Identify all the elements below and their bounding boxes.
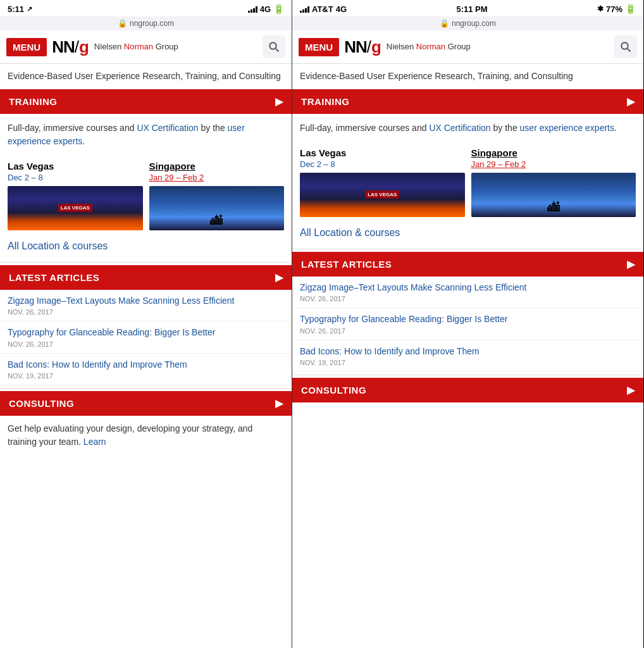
right-search-button[interactable] (614, 35, 637, 58)
right-page-content: Evidence-Based User Experience Research,… (292, 64, 643, 648)
left-lock-icon: 🔒 (118, 19, 127, 28)
left-experts-link[interactable]: user experience experts (8, 123, 245, 146)
left-time: 5:11 (8, 4, 24, 14)
left-brand-name: Nielsen Norman Group (94, 42, 257, 52)
right-url: nngroup.com (452, 19, 496, 28)
right-all-locations-link[interactable]: All Location & courses (300, 227, 400, 238)
right-consulting-header[interactable]: CONSULTING ▶ (292, 378, 643, 402)
left-article-1-title[interactable]: Zigzag Image–Text Layouts Make Scanning … (8, 295, 284, 308)
left-city-singapore: Singapore (149, 161, 285, 171)
left-locations: Las Vegas Dec 2 – 8 Singapore Jan 29 – F… (0, 156, 292, 237)
signal-bar-3 (253, 8, 255, 13)
right-logo[interactable]: NN/g (344, 37, 381, 57)
left-consulting-label: CONSULTING (9, 398, 74, 409)
left-consulting-arrow: ▶ (275, 397, 283, 409)
left-article-3-title[interactable]: Bad Icons: How to Identify and Improve T… (8, 359, 284, 371)
left-img-lasvegas[interactable] (8, 186, 143, 230)
right-article-1: Zigzag Image–Text Layouts Make Scanning … (292, 277, 643, 309)
left-article-1-date: NOV. 26, 2017 (8, 308, 284, 316)
right-img-lasvegas[interactable] (300, 173, 465, 217)
left-date-singapore[interactable]: Jan 29 – Feb 2 (149, 173, 285, 182)
left-article-2: Typography for Glanceable Reading: Bigge… (0, 321, 292, 354)
left-articles-header[interactable]: LATEST ARTICLES ▶ (0, 265, 292, 290)
left-signal-bars (248, 5, 257, 13)
right-status-bar: AT&T 4G 5:11 PM ✱ 77% 🔋 (292, 0, 643, 16)
left-article-1: Zigzag Image–Text Layouts Make Scanning … (0, 290, 292, 322)
r-signal-bar-3 (305, 8, 307, 13)
right-date-lasvegas[interactable]: Dec 2 – 8 (300, 159, 465, 169)
left-date-lasvegas[interactable]: Dec 2 – 8 (8, 173, 143, 182)
right-location-singapore: Singapore Jan 29 – Feb 2 (471, 147, 636, 217)
left-menu-button[interactable]: MENU (6, 38, 47, 56)
right-network: 4G (336, 4, 347, 14)
left-phone: 5:11 ↗ 4G 🔋 🔒 nngroup.com MENU NN/g Niel… (0, 0, 292, 648)
left-page-content: Evidence-Based User Experience Research,… (0, 64, 292, 648)
right-articles-label: LATEST ARTICLES (301, 259, 392, 270)
right-training-body: Full-day, immersive courses and UX Certi… (292, 114, 643, 142)
right-battery-icon: 🔋 (625, 4, 636, 14)
left-location-singapore: Singapore Jan 29 – Feb 2 (149, 161, 285, 230)
left-ux-cert-link[interactable]: UX Certification (137, 123, 198, 133)
right-ux-cert-link[interactable]: UX Certification (429, 123, 490, 133)
right-img-singapore[interactable] (471, 173, 636, 217)
left-articles-label: LATEST ARTICLES (9, 272, 99, 283)
left-all-locations: All Location & courses (0, 237, 292, 259)
right-tagline: Evidence-Based User Experience Research,… (292, 64, 643, 89)
right-bluetooth-icon: ✱ (597, 4, 604, 13)
left-brand-nielsen: Nielsen (94, 42, 124, 51)
left-location-lasvegas: Las Vegas Dec 2 – 8 (8, 161, 143, 230)
right-divider-1 (292, 249, 643, 249)
right-menu-button[interactable]: MENU (299, 38, 339, 56)
right-article-2: Typography for Glanceable Reading: Bigge… (292, 308, 643, 340)
right-article-3-title[interactable]: Bad Icons: How to Identify and Improve T… (300, 346, 636, 358)
left-nav-header: MENU NN/g Nielsen Norman Group (0, 30, 292, 64)
right-location-lasvegas: Las Vegas Dec 2 – 8 (300, 147, 465, 217)
right-brand-norman: Norman (416, 42, 445, 51)
left-address-bar[interactable]: 🔒 nngroup.com (0, 16, 292, 30)
left-tagline: Evidence-Based User Experience Research,… (0, 64, 292, 89)
right-status-left: AT&T 4G (300, 4, 347, 14)
right-lock-icon: 🔒 (440, 19, 449, 28)
svg-point-2 (621, 42, 628, 49)
right-logo-slash: / (367, 37, 371, 57)
right-date-singapore[interactable]: Jan 29 – Feb 2 (471, 159, 636, 169)
right-training-desc: Full-day, immersive courses and UX Certi… (300, 122, 636, 135)
left-training-label: TRAINING (9, 96, 58, 107)
right-brand-group: Group (445, 42, 471, 51)
left-status-bar: 5:11 ↗ 4G 🔋 (0, 0, 292, 16)
right-address-bar[interactable]: 🔒 nngroup.com (292, 16, 643, 30)
left-consulting-header[interactable]: CONSULTING ▶ (0, 391, 292, 416)
right-battery-pct: 77% (606, 4, 622, 14)
right-carrier: AT&T (312, 4, 333, 14)
left-battery-icon: 🔋 (273, 4, 284, 14)
right-time: 5:11 PM (456, 4, 487, 14)
right-article-3-date: NOV. 19, 2017 (300, 359, 636, 366)
left-learn-link[interactable]: Learn (84, 437, 106, 447)
right-signal-bars (300, 5, 309, 13)
left-training-header[interactable]: TRAINING ▶ (0, 89, 292, 114)
left-all-locations-link[interactable]: All Location & courses (8, 240, 108, 251)
right-brand-nielsen: Nielsen (387, 42, 416, 51)
left-logo[interactable]: NN/g (52, 37, 89, 57)
right-city-lasvegas: Las Vegas (300, 147, 465, 158)
right-article-1-title[interactable]: Zigzag Image–Text Layouts Make Scanning … (300, 282, 636, 294)
left-singapore-photo (149, 186, 285, 230)
right-article-2-title[interactable]: Typography for Glanceable Reading: Bigge… (300, 313, 636, 326)
right-training-header[interactable]: TRAINING ▶ (292, 89, 643, 114)
right-experts-link[interactable]: user experience experts (520, 123, 614, 133)
left-img-singapore[interactable] (149, 186, 285, 230)
right-article-3: Bad Icons: How to Identify and Improve T… (292, 340, 643, 373)
left-brand-norman: Norman (124, 42, 153, 51)
r-signal-bar-1 (300, 11, 302, 13)
right-articles-arrow: ▶ (627, 258, 635, 270)
left-logo-g: g (79, 37, 89, 57)
left-divider-2 (0, 388, 292, 389)
left-search-button[interactable] (263, 35, 285, 58)
left-location-icon: ↗ (27, 5, 32, 13)
left-city-lasvegas: Las Vegas (8, 161, 143, 171)
left-article-2-title[interactable]: Typography for Glanceable Reading: Bigge… (8, 327, 284, 339)
left-divider-1 (0, 262, 292, 263)
svg-line-3 (628, 49, 631, 52)
right-articles-header[interactable]: LATEST ARTICLES ▶ (292, 252, 643, 277)
right-logo-g: g (371, 37, 381, 57)
